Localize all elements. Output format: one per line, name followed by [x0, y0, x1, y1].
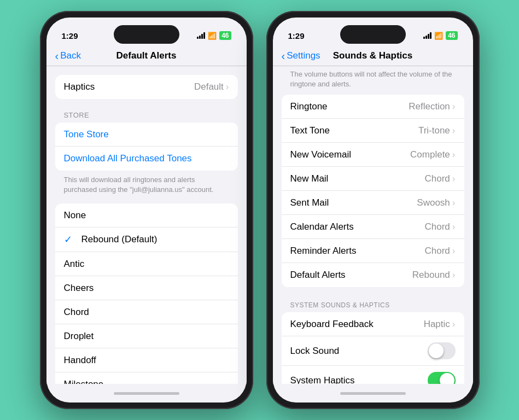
- tone-row[interactable]: Cheers: [55, 276, 238, 300]
- toggle-knob: [429, 343, 444, 358]
- system-row-chevron: ›: [452, 319, 456, 330]
- dynamic-island-1: [114, 25, 179, 44]
- tone-name: Milestone: [64, 379, 104, 384]
- haptics-chevron: ›: [226, 81, 229, 92]
- tones-group: None✓Rebound (Default)AnticCheersChordDr…: [55, 203, 238, 384]
- system-row-value: Haptic: [424, 319, 450, 330]
- tone-row[interactable]: Milestone: [55, 372, 238, 384]
- phone-2: 1:29 📶 46 ‹ Settings: [266, 11, 480, 409]
- wifi-icon-1: 📶: [208, 32, 217, 40]
- system-row[interactable]: Lock Sound: [282, 336, 464, 366]
- sound-row-value: Complete: [410, 149, 450, 160]
- sound-row[interactable]: Default AlertsRebound›: [282, 263, 464, 287]
- signal-icon-2: [423, 32, 431, 39]
- sound-row-chevron: ›: [452, 173, 456, 184]
- tone-row[interactable]: None: [55, 203, 238, 228]
- system-section-header: SYSTEM SOUNDS & HAPTICS: [282, 298, 464, 312]
- status-icons-1: 📶 46: [197, 31, 231, 40]
- phones-container: 1:29 📶 46 ‹ Back De: [40, 11, 480, 409]
- tone-row[interactable]: Handoff: [55, 348, 238, 372]
- back-button-1[interactable]: ‹ Back: [55, 50, 81, 61]
- tone-name: Chord: [64, 307, 89, 318]
- store-section-header: STORE: [55, 99, 238, 122]
- system-row-label: Lock Sound: [290, 346, 428, 357]
- nav-title-2: Sounds & Haptics: [333, 50, 412, 61]
- sound-row-chevron: ›: [452, 149, 456, 160]
- home-bar-2: [340, 392, 406, 395]
- tone-name: Cheers: [64, 283, 94, 294]
- sound-row-label: Default Alerts: [290, 270, 412, 281]
- sound-row[interactable]: Sent MailSwoosh›: [282, 191, 464, 215]
- sound-row-chevron: ›: [452, 246, 456, 256]
- sound-row-label: Text Tone: [290, 125, 418, 136]
- sound-row-label: New Voicemail: [290, 149, 411, 160]
- battery-label-2: 46: [446, 31, 457, 40]
- volume-note: The volume buttons will not affect the v…: [282, 66, 464, 95]
- sound-row-value: Chord: [425, 173, 450, 184]
- status-icons-2: 📶 46: [423, 31, 457, 40]
- sound-row[interactable]: Text ToneTri-tone›: [282, 119, 464, 143]
- home-indicator-1: [46, 384, 247, 402]
- phone-2-screen: 1:29 📶 46 ‹ Settings: [273, 18, 473, 402]
- download-label: Download All Purchased Tones: [64, 153, 192, 164]
- haptics-label: Haptics: [64, 81, 194, 92]
- back-button-2[interactable]: ‹ Settings: [282, 50, 320, 61]
- download-row[interactable]: Download All Purchased Tones: [55, 147, 238, 171]
- sounds-group: RingtoneReflection›Text ToneTri-tone›New…: [282, 95, 464, 287]
- tone-row[interactable]: Chord: [55, 300, 238, 324]
- sound-row-chevron: ›: [452, 101, 456, 112]
- content-1: Haptics Default › STORE Tone Store Downl…: [46, 66, 247, 384]
- lock-sound-toggle[interactable]: [428, 342, 456, 359]
- system-row-label: Keyboard Feedback: [290, 319, 424, 330]
- status-time-1: 1:29: [62, 31, 78, 40]
- sound-row-value: Tri-tone: [418, 125, 450, 136]
- wifi-icon-2: 📶: [434, 32, 443, 40]
- system-row[interactable]: System Haptics: [282, 366, 464, 384]
- sound-row-chevron: ›: [452, 221, 456, 232]
- nav-bar-1: ‹ Back Default Alerts: [46, 48, 247, 66]
- sound-row[interactable]: RingtoneReflection›: [282, 95, 464, 119]
- tone-check-icon: ✓: [64, 234, 75, 246]
- sound-row-value: Chord: [425, 221, 450, 232]
- sound-row-chevron: ›: [452, 197, 456, 208]
- system-haptics-toggle[interactable]: [428, 372, 456, 384]
- tone-store-row[interactable]: Tone Store: [55, 122, 238, 147]
- tone-name: Droplet: [64, 331, 94, 342]
- sound-row[interactable]: Reminder AlertsChord›: [282, 239, 464, 263]
- sound-row-label: Calendar Alerts: [290, 221, 425, 232]
- content-2: The volume buttons will not affect the v…: [273, 66, 473, 384]
- sound-row-label: New Mail: [290, 173, 425, 184]
- phone-1-screen: 1:29 📶 46 ‹ Back De: [46, 18, 247, 402]
- home-indicator-2: [273, 384, 473, 402]
- sound-row[interactable]: New VoicemailComplete›: [282, 143, 464, 167]
- tone-row[interactable]: ✓Rebound (Default): [55, 228, 238, 252]
- system-row-label: System Haptics: [290, 375, 428, 384]
- phone-1: 1:29 📶 46 ‹ Back De: [40, 11, 253, 409]
- back-label-2: Settings: [287, 50, 320, 61]
- signal-icon-1: [197, 32, 205, 39]
- sound-row[interactable]: New MailChord›: [282, 167, 464, 191]
- status-time-2: 1:29: [288, 31, 305, 40]
- haptics-value: Default: [194, 81, 224, 92]
- chevron-left-icon-2: ‹: [282, 50, 285, 61]
- sound-row-label: Reminder Alerts: [290, 246, 425, 256]
- store-group: Tone Store Download All Purchased Tones: [55, 122, 238, 171]
- tone-name: Rebound (Default): [81, 234, 158, 245]
- tone-row[interactable]: Antic: [55, 252, 238, 276]
- sound-row-chevron: ›: [452, 125, 456, 136]
- nav-title-1: Default Alerts: [116, 50, 177, 61]
- system-row[interactable]: Keyboard FeedbackHaptic›: [282, 312, 464, 336]
- system-group: Keyboard FeedbackHaptic›Lock SoundSystem…: [282, 312, 464, 384]
- haptics-group: Haptics Default ›: [55, 75, 238, 99]
- haptics-row[interactable]: Haptics Default ›: [55, 75, 238, 99]
- sound-row[interactable]: Calendar AlertsChord›: [282, 215, 464, 239]
- store-note: This will download all ringtones and ale…: [55, 171, 238, 203]
- sound-row-value: Swoosh: [417, 197, 450, 208]
- tone-name: None: [64, 210, 86, 221]
- back-label-1: Back: [60, 50, 81, 61]
- sound-row-chevron: ›: [452, 270, 456, 281]
- tone-row[interactable]: Droplet: [55, 324, 238, 348]
- tone-name: Antic: [64, 259, 85, 270]
- sound-row-value: Chord: [425, 246, 450, 256]
- sound-row-label: Sent Mail: [290, 197, 417, 208]
